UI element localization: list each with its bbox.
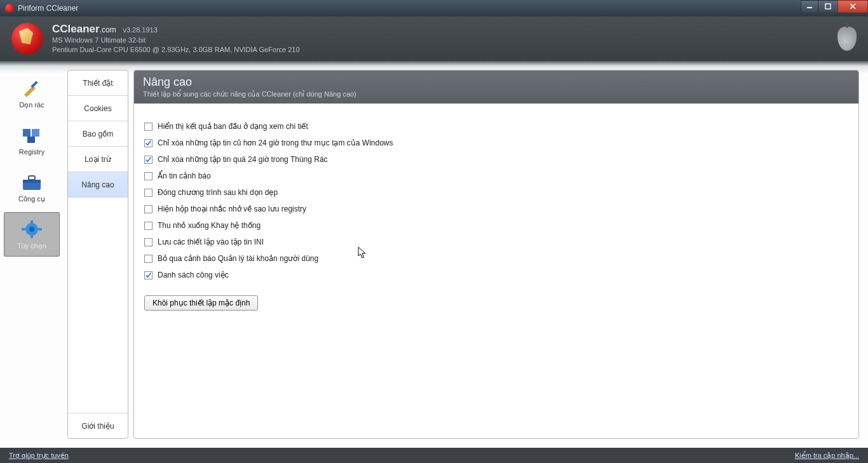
main-area: Dọn rác Registry Công cụ Tùy chọn Thiết … [0, 61, 868, 448]
option-row: Đóng chương trình sau khi dọn dẹp [144, 187, 848, 198]
restore-defaults-button[interactable]: Khôi phục thiết lập mặc định [144, 295, 258, 311]
nav-label: Công cụ [18, 195, 45, 203]
toolbox-icon [20, 172, 43, 192]
online-help-link[interactable]: Trợ giúp trực tuyến [9, 452, 69, 460]
option-row: Hiển thị kết quả ban đầu ở dạng xem chi … [144, 121, 848, 131]
checkbox[interactable] [144, 255, 153, 263]
option-label: Bỏ qua cảnh báo Quản lý tài khoản người … [158, 254, 318, 263]
option-label: Danh sách công việc [158, 271, 229, 279]
svg-rect-14 [38, 228, 42, 231]
app-version: v3.28.1913 [123, 26, 157, 34]
svg-rect-3 [23, 129, 31, 137]
maximize-icon [825, 3, 831, 10]
checkbox[interactable] [144, 238, 153, 246]
svg-rect-4 [32, 129, 39, 137]
subtab-label: Cookies [84, 104, 111, 113]
subtab-cookies[interactable]: Cookies [68, 96, 128, 121]
option-row: Bỏ qua cảnh báo Quản lý tài khoản người … [144, 253, 848, 264]
svg-rect-13 [22, 228, 25, 231]
checkbox[interactable] [144, 172, 153, 180]
subtab-label: Giới thiệu [81, 422, 114, 431]
option-row: Chỉ xóa những tập tin cũ hơn 24 giờ tron… [144, 138, 848, 148]
checkbox[interactable] [144, 205, 153, 213]
registry-icon [20, 125, 43, 145]
window-controls [801, 0, 868, 13]
subtab-advanced[interactable]: Nâng cao [68, 172, 128, 198]
window-title: Piriform CCleaner [18, 4, 78, 13]
subtab-label: Thiết đặt [83, 79, 112, 88]
option-label: Ẩn tin cảnh báo [158, 171, 211, 180]
system-info-line1: MS Windows 7 Ultimate 32-bit [52, 36, 300, 45]
option-label: Hiển thị kết quả ban đầu ở dạng xem chi … [158, 122, 308, 131]
footer-bar: Trợ giúp trực tuyến Kiểm tra cập nhập... [0, 448, 868, 463]
nav-tools[interactable]: Công cụ [4, 165, 60, 210]
nav-label: Dọn rác [19, 101, 44, 109]
content-panel: Nâng cao Thiết lập bổ sung các chức năng… [133, 70, 859, 439]
brand-name: CCleaner [52, 23, 100, 35]
option-label: Đóng chương trình sau khi dọn dẹp [158, 188, 278, 197]
left-nav: Dọn rác Registry Công cụ Tùy chọn [0, 61, 64, 448]
piriform-icon [837, 27, 857, 51]
panel-title: Nâng cao [143, 76, 850, 89]
close-icon [849, 3, 857, 10]
nav-cleaner[interactable]: Dọn rác [4, 71, 60, 116]
check-update-link[interactable]: Kiểm tra cập nhập... [795, 452, 859, 460]
panel-subtitle: Thiết lập bổ sung các chức năng của CCle… [143, 90, 850, 98]
svg-rect-2 [31, 81, 37, 88]
checkbox[interactable] [144, 139, 153, 147]
option-label: Thu nhỏ xuống Khay hệ thống [158, 221, 261, 230]
option-row: Ẩn tin cảnh báo [144, 171, 848, 181]
options-subtabs: Thiết đặt Cookies Bao gồm Loại trừ Nâng … [67, 70, 128, 439]
broom-icon [20, 78, 43, 98]
maximize-button[interactable] [818, 0, 838, 13]
checkbox[interactable] [144, 156, 153, 164]
app-icon [5, 4, 14, 13]
option-row: Hiện hộp thoại nhắc nhở về sao lưu regis… [144, 204, 848, 214]
option-label: Chỉ xóa những tập tin cũ hơn 24 giờ tron… [158, 138, 393, 147]
app-header: CCleaner.com v3.28.1913 MS Windows 7 Ult… [0, 17, 868, 61]
option-row: Chỉ xóa những tập tin quá 24 giờ trong T… [144, 154, 848, 164]
svg-rect-0 [807, 7, 812, 8]
titlebar: Piriform CCleaner [0, 0, 868, 17]
nav-label: Tùy chọn [17, 242, 46, 250]
close-button[interactable] [837, 0, 868, 13]
subtab-exclude[interactable]: Loại trừ [68, 147, 128, 172]
subtab-label: Bao gồm [83, 130, 113, 138]
checkbox[interactable] [144, 222, 153, 230]
svg-rect-11 [31, 220, 33, 224]
gear-icon [20, 219, 43, 239]
svg-rect-8 [29, 176, 35, 180]
option-label: Hiện hộp thoại nhắc nhở về sao lưu regis… [158, 205, 306, 213]
svg-rect-5 [27, 137, 35, 143]
option-label: Lưu các thiết lập vào tập tin INI [158, 238, 264, 246]
subtab-settings[interactable]: Thiết đặt [68, 70, 128, 96]
subtab-label: Nâng cao [81, 180, 114, 189]
svg-rect-1 [825, 4, 831, 9]
svg-point-10 [29, 227, 34, 232]
panel-body: Hiển thị kết quả ban đầu ở dạng xem chi … [134, 104, 858, 321]
subtab-about[interactable]: Giới thiệu [68, 413, 128, 438]
brand-title: CCleaner.com v3.28.1913 [52, 23, 300, 36]
option-label: Chỉ xóa những tập tin quá 24 giờ trong T… [158, 155, 328, 164]
nav-registry[interactable]: Registry [4, 118, 60, 163]
checkbox[interactable] [144, 271, 153, 279]
minimize-icon [806, 3, 813, 10]
nav-options[interactable]: Tùy chọn [4, 212, 60, 257]
subtab-label: Loại trừ [85, 155, 111, 164]
svg-rect-12 [31, 234, 33, 238]
nav-label: Registry [19, 148, 44, 156]
checkbox[interactable] [144, 189, 153, 197]
option-row: Danh sách công việc [144, 270, 848, 280]
checkbox[interactable] [144, 123, 153, 131]
minimize-button[interactable] [801, 0, 818, 13]
system-info-line2: Pentium Dual-Core CPU E6500 @ 2.93GHz, 3… [52, 45, 300, 55]
option-row: Thu nhỏ xuống Khay hệ thống [144, 220, 848, 231]
subtab-include[interactable]: Bao gồm [68, 121, 128, 147]
option-row: Lưu các thiết lập vào tập tin INI [144, 237, 848, 247]
app-logo [11, 23, 43, 55]
brand-suffix: .com [100, 25, 116, 34]
panel-header: Nâng cao Thiết lập bổ sung các chức năng… [134, 70, 858, 104]
